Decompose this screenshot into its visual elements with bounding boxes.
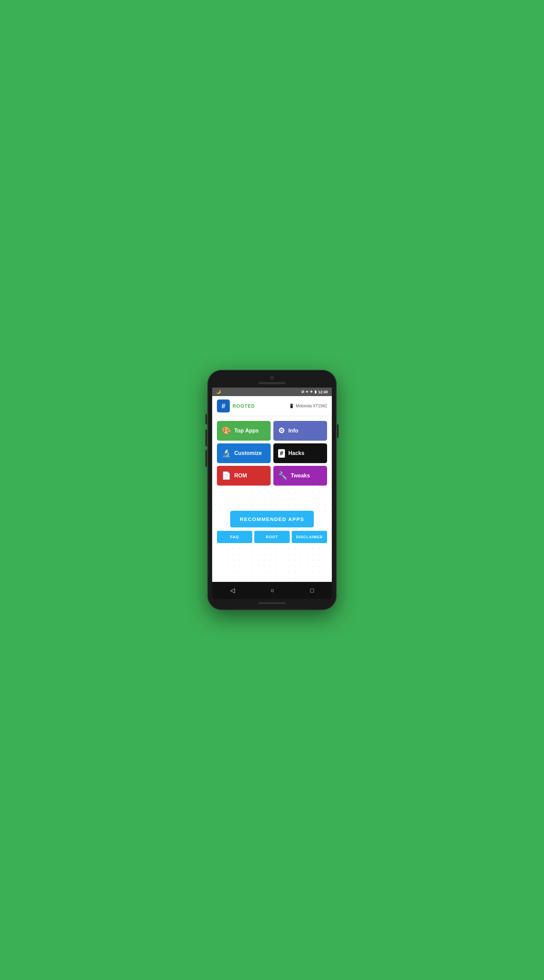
- root-button[interactable]: ROOT: [254, 531, 290, 543]
- top-apps-button[interactable]: 🎨 Top Apps: [217, 421, 271, 441]
- logo-area: # ROOTED: [217, 399, 255, 412]
- bottom-speaker: [259, 602, 285, 604]
- hacks-button[interactable]: # Hacks: [273, 443, 327, 463]
- back-button[interactable]: ◁: [230, 587, 235, 594]
- top-speaker: [259, 382, 285, 384]
- status-bar: 🌙 ⊘ ▾ ✈ ▮ 12:40: [212, 388, 332, 396]
- power-button: [205, 414, 207, 424]
- phone-bottom: [212, 602, 332, 604]
- tweaks-label: Tweaks: [291, 473, 310, 479]
- status-time: 12:40: [318, 390, 328, 394]
- recommended-apps-button[interactable]: RECOMMENDED APPS: [230, 511, 314, 527]
- tweaks-button[interactable]: 🔧 Tweaks: [273, 466, 327, 485]
- customize-icon: 🔬: [222, 449, 231, 458]
- tweaks-icon: 🔧: [278, 471, 287, 480]
- front-camera: [270, 376, 274, 379]
- moon-icon: 🌙: [216, 390, 221, 394]
- home-button[interactable]: ○: [271, 587, 274, 594]
- airplane-icon: ✈: [310, 390, 313, 394]
- top-apps-icon: 🎨: [222, 426, 231, 435]
- volume-down-button: [205, 450, 207, 467]
- faq-button[interactable]: FAQ: [217, 531, 252, 543]
- info-button[interactable]: ⚙ Info: [273, 421, 327, 441]
- phone-icon: 📱: [289, 404, 294, 408]
- nav-bar: ◁ ○ □: [212, 582, 332, 599]
- no-disturb-icon: ⊘: [301, 390, 304, 394]
- battery-icon: ▮: [314, 390, 317, 394]
- hash-logo: #: [217, 399, 230, 412]
- menu-grid: 🎨 Top Apps ⚙ Info 🔬 Customize # Hacks 📄: [217, 421, 327, 485]
- wifi-icon: ▾: [306, 390, 308, 394]
- rom-icon: 📄: [222, 471, 231, 480]
- top-apps-label: Top Apps: [234, 428, 259, 434]
- info-label: Info: [288, 428, 298, 434]
- phone-device: 🌙 ⊘ ▾ ✈ ▮ 12:40 # ROOTED 📱 Motorola XT15…: [208, 370, 336, 610]
- customize-button[interactable]: 🔬 Customize: [217, 443, 271, 463]
- rom-button[interactable]: 📄 ROM: [217, 466, 271, 485]
- rom-label: ROM: [234, 473, 247, 479]
- customize-label: Customize: [234, 450, 262, 456]
- disclaimer-button[interactable]: DISCLAIMER: [292, 531, 327, 543]
- device-info: 📱 Motorola XT1562: [289, 404, 327, 408]
- main-content: 🎨 Top Apps ⚙ Info 🔬 Customize # Hacks 📄: [212, 416, 332, 582]
- volume-up-button: [205, 430, 207, 447]
- spacer: [217, 490, 327, 511]
- status-right: ⊘ ▾ ✈ ▮ 12:40: [301, 390, 328, 394]
- phone-screen: 🌙 ⊘ ▾ ✈ ▮ 12:40 # ROOTED 📱 Motorola XT15…: [212, 388, 332, 599]
- rooted-label: ROOTED: [233, 403, 255, 409]
- info-icon: ⚙: [278, 426, 285, 435]
- app-header: # ROOTED 📱 Motorola XT1562: [212, 396, 332, 416]
- bottom-links: FAQ ROOT DISCLAIMER: [217, 531, 327, 543]
- lower-spacer: [217, 546, 327, 577]
- volume-button: [337, 424, 339, 438]
- device-name: Motorola XT1562: [296, 404, 327, 408]
- hacks-icon: #: [278, 449, 285, 458]
- hacks-label: Hacks: [288, 450, 304, 456]
- recents-button[interactable]: □: [310, 587, 314, 594]
- status-left: 🌙: [216, 390, 221, 394]
